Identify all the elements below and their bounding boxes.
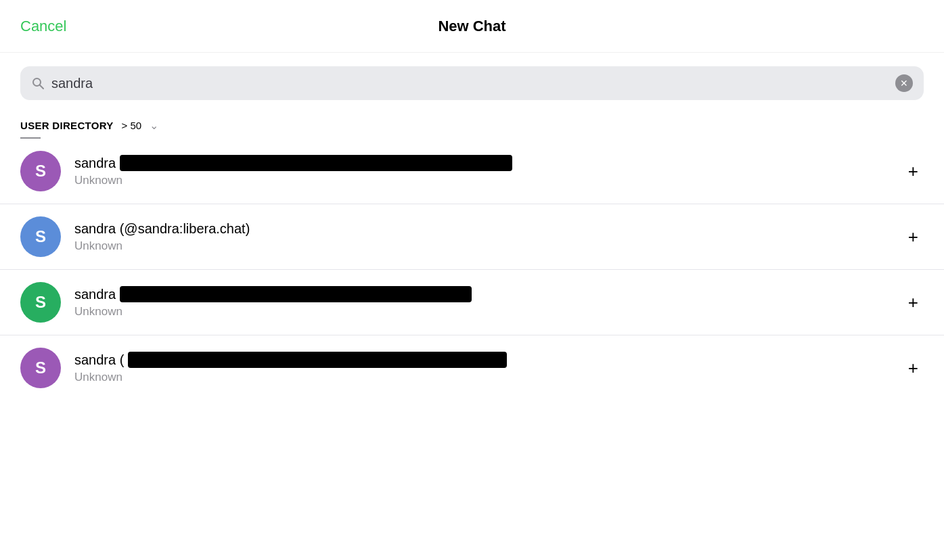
- user-name: sandra (: [74, 352, 889, 368]
- add-user-button[interactable]: +: [903, 289, 924, 316]
- list-item[interactable]: S sandra (@sandra:libera.chat) Unknown +: [0, 204, 944, 270]
- list-item[interactable]: S sandra Unknown +: [0, 139, 944, 204]
- section-title: USER DIRECTORY: [20, 120, 114, 131]
- avatar: S: [20, 282, 61, 323]
- user-name-text: sandra (@sandra:libera.chat): [74, 221, 250, 237]
- search-bar: ✕: [20, 66, 924, 100]
- user-info: sandra Unknown: [74, 286, 889, 319]
- header: Cancel New Chat: [0, 0, 944, 53]
- user-name: sandra: [74, 155, 889, 171]
- user-status: Unknown: [74, 174, 889, 187]
- search-icon: [31, 76, 45, 90]
- clear-icon: ✕: [900, 78, 908, 89]
- avatar: S: [20, 216, 61, 257]
- avatar: S: [20, 151, 61, 191]
- user-info: sandra (@sandra:libera.chat) Unknown: [74, 221, 889, 253]
- user-list: S sandra Unknown + S sandra (@sandra:lib…: [0, 139, 944, 400]
- user-status: Unknown: [74, 371, 889, 384]
- user-name: sandra: [74, 286, 889, 302]
- chevron-down-icon[interactable]: ⌄: [150, 119, 158, 132]
- add-user-button[interactable]: +: [903, 355, 924, 381]
- section-count: > 50: [122, 120, 142, 131]
- svg-line-1: [40, 85, 43, 89]
- list-item[interactable]: S sandra ( Unknown +: [0, 335, 944, 400]
- avatar: S: [20, 348, 61, 388]
- add-user-button[interactable]: +: [903, 158, 924, 185]
- user-name: sandra (@sandra:libera.chat): [74, 221, 889, 237]
- redacted-name: [120, 286, 472, 302]
- user-status: Unknown: [74, 239, 889, 253]
- page-title: New Chat: [438, 18, 505, 35]
- cancel-button[interactable]: Cancel: [20, 18, 66, 35]
- list-item[interactable]: S sandra Unknown +: [0, 270, 944, 335]
- redacted-name: [120, 155, 512, 171]
- section-header: USER DIRECTORY > 50 ⌄: [0, 107, 944, 137]
- page-container: Cancel New Chat ✕ USER DIRECTORY > 50 ⌄ …: [0, 0, 944, 400]
- user-status: Unknown: [74, 305, 889, 319]
- add-user-button[interactable]: +: [903, 224, 924, 250]
- user-info: sandra Unknown: [74, 155, 889, 187]
- search-clear-button[interactable]: ✕: [895, 74, 913, 92]
- search-container: ✕: [0, 53, 944, 107]
- search-input[interactable]: [51, 76, 889, 91]
- redacted-name: [128, 352, 507, 368]
- user-info: sandra ( Unknown: [74, 352, 889, 384]
